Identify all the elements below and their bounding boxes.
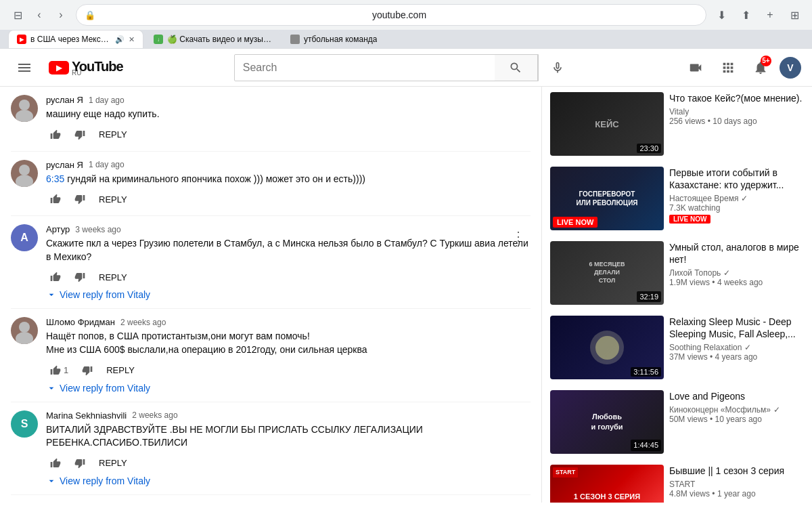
browser-toolbar: ⊟ ‹ › 🔒 youtube.com ⬇ ⬆ + ⊞ — [0, 0, 812, 30]
thumbs-down-icon — [82, 365, 93, 376]
sidebar-meta: 7.3K watching — [669, 203, 804, 213]
sidebar-video-item[interactable]: 3:11:56 Relaxing Sleep Music - Deep Slee… — [542, 310, 812, 385]
tab-favicon-2: ↓ — [154, 35, 163, 44]
sidebar-video-title: Первые итоги событий в Казахстане: кто у… — [669, 167, 804, 191]
reply-btn[interactable]: REPLY — [95, 455, 131, 471]
youtube-logo[interactable]: YouTube RU — [49, 59, 123, 77]
comment-avatar — [11, 317, 38, 344]
notification-badge: 5+ — [761, 56, 771, 66]
sidebar-video-item[interactable]: START 1 СЕЗОН 3 СЕРИЯ БЫВШИЕ 52:30 Бывши… — [542, 459, 812, 503]
comment-author: руслан Я — [46, 95, 83, 105]
sidebar-video-item[interactable]: КЕЙС 23:30 Что такое Кейс?(мое мнение). … — [542, 87, 812, 161]
create-icon — [688, 60, 703, 75]
browser-tab-1[interactable]: ▶ в США через Мексику в 52 года – YouTub… — [8, 30, 143, 48]
sidebar-video-item[interactable]: Любовьи голуби 1:44:45 Love and Pigeons … — [542, 385, 812, 459]
sidebar-channel: Киноконцерн «Мосфильм» ✓ — [669, 405, 804, 415]
comment-text: ВИТАЛИЙ ЗДРАВСТВУЙТЕ .ВЫ НЕ МОГЛИ БЫ ПРИ… — [46, 423, 531, 450]
view-reply-btn[interactable]: View reply from Vitaly — [46, 289, 150, 300]
browser-tabs: ▶ в США через Мексику в 52 года – YouTub… — [0, 30, 812, 48]
verified-icon: ✓ — [723, 268, 730, 278]
video-timestamp[interactable]: 6:35 — [46, 173, 64, 184]
dislike-btn[interactable] — [70, 455, 89, 471]
like-btn[interactable] — [46, 455, 65, 471]
header-center — [123, 54, 682, 81]
notifications-btn[interactable]: 5+ — [747, 54, 774, 81]
back-btn[interactable]: ‹ — [30, 5, 49, 24]
sidebar-video-title: Умный стол, аналогов в мире нет! — [669, 241, 804, 266]
comment-body: руслан Я 1 day ago машину еще надо купит… — [46, 95, 531, 143]
like-count: 1 — [64, 365, 68, 375]
reply-btn[interactable]: REPLY — [102, 362, 139, 378]
video-duration: 1:44:45 — [631, 440, 661, 451]
header-right: 5+ V — [682, 54, 801, 81]
like-btn[interactable] — [46, 269, 65, 285]
reply-btn[interactable]: REPLY — [95, 270, 131, 285]
dislike-btn[interactable] — [70, 269, 89, 285]
tab-title-2: 🍏 Скачать видео и музыку с Ютуба бесплат… — [167, 35, 271, 44]
like-btn[interactable]: 1 — [46, 362, 72, 379]
comment-avatar — [11, 160, 38, 187]
sidebar-meta: 50M views • 10 years ago — [669, 415, 804, 424]
tab-grid-btn[interactable]: ⊞ — [785, 5, 804, 24]
search-input[interactable] — [235, 55, 495, 81]
view-reply-btn[interactable]: View reply from Vitaly — [46, 383, 150, 394]
lock-icon: 🔒 — [85, 10, 95, 20]
thumbs-down-icon — [74, 194, 85, 205]
browser-tab-3[interactable]: утбольная команда — [281, 30, 386, 48]
sidebar-toggle-btn[interactable]: ⊟ — [8, 5, 27, 24]
comment-header: Marina Sekhniashvili 2 weeks ago — [46, 410, 531, 421]
sidebar-video-item[interactable]: ГОСПЕРЕВОРОТИЛИ РЕВОЛЮЦИЯ LIVE NOW Первы… — [542, 161, 812, 236]
comment-more-btn[interactable]: ⋮ — [506, 224, 531, 249]
svg-rect-1 — [18, 67, 30, 68]
create-video-btn[interactable] — [682, 54, 709, 81]
browser-actions: ⬇ ⬆ + ⊞ — [712, 5, 804, 24]
sidebar-meta: 256 views • 10 days ago — [669, 117, 804, 126]
like-btn[interactable] — [46, 127, 65, 143]
view-reply-btn[interactable]: View reply from Vitaly — [46, 475, 150, 486]
youtube-logo-country: RU — [72, 69, 81, 77]
dislike-btn[interactable] — [78, 362, 97, 379]
forward-btn[interactable]: › — [51, 5, 70, 24]
browser-tab-2[interactable]: ↓ 🍏 Скачать видео и музыку с Ютуба беспл… — [145, 30, 280, 48]
video-thumbnail: КЕЙС 23:30 — [550, 92, 664, 156]
address-bar[interactable]: 🔒 youtube.com — [76, 4, 706, 26]
sidebar-channel: START — [669, 480, 804, 489]
comment-body: Артур 3 weeks ago Скажите пкл а через Гр… — [46, 224, 531, 300]
tab-title-1: в США через Мексику в 52 года – YouTube — [30, 35, 111, 44]
new-tab-btn[interactable]: + — [761, 5, 780, 24]
comments-list: руслан Я 1 day ago машину еще надо купит… — [0, 87, 541, 503]
sidebar-video-title: Relaxing Sleep Music - Deep Sleeping Mus… — [669, 316, 804, 340]
user-avatar[interactable]: V — [780, 57, 801, 79]
comment-item: S Marina Sekhniashvili 2 weeks ago ВИТАЛ… — [11, 402, 531, 495]
search-btn[interactable] — [495, 54, 538, 81]
reply-btn[interactable]: REPLY — [95, 192, 131, 207]
sidebar-video-title: Что такое Кейс?(мое мнение). — [669, 92, 804, 104]
hamburger-menu-btn[interactable] — [11, 54, 38, 81]
dislike-btn[interactable] — [70, 191, 89, 207]
comment-item: руслан Я 1 day ago машину еще надо купит… — [11, 87, 531, 152]
voice-search-btn[interactable] — [544, 54, 571, 81]
apps-btn[interactable] — [715, 54, 742, 81]
share-btn[interactable]: ⬆ — [736, 5, 755, 24]
thumbs-up-icon — [50, 194, 61, 205]
reply-btn[interactable]: REPLY — [95, 127, 131, 142]
like-btn[interactable] — [46, 191, 65, 207]
comment-time: 1 day ago — [89, 96, 125, 105]
comment-author: Артур — [46, 224, 70, 234]
browser-chrome: ⊟ ‹ › 🔒 youtube.com ⬇ ⬆ + ⊞ ▶ в США чере… — [0, 0, 812, 49]
comment-item: Шломо Фридман 2 weeks ago Нащёт попов, в… — [11, 309, 531, 402]
sidebar-video-info: Relaxing Sleep Music - Deep Sleeping Mus… — [669, 316, 804, 379]
thumbs-up-icon — [50, 272, 61, 282]
tab-close-1[interactable]: ✕ — [129, 35, 135, 44]
dislike-btn[interactable] — [70, 127, 89, 143]
sidebar-video-item[interactable]: 6 МЕСЯЦЕВДЕЛАЛИСТОЛ 32:19 Умный стол, ан… — [542, 236, 812, 310]
comment-author: Шломо Фридман — [46, 317, 115, 327]
thumbs-down-icon — [74, 129, 85, 140]
sidebar-video-info: Первые итоги событий в Казахстане: кто у… — [669, 167, 804, 230]
start-badge: START — [553, 467, 578, 478]
sidebar-channel: Лихой Топорь ✓ — [669, 268, 804, 278]
comment-body: Шломо Фридман 2 weeks ago Нащёт попов, в… — [46, 317, 531, 393]
comment-body: руслан Я 1 day ago 6:35 гундяй на кримин… — [46, 160, 531, 208]
thumbs-up-icon — [50, 129, 61, 140]
download-btn[interactable]: ⬇ — [712, 5, 731, 24]
